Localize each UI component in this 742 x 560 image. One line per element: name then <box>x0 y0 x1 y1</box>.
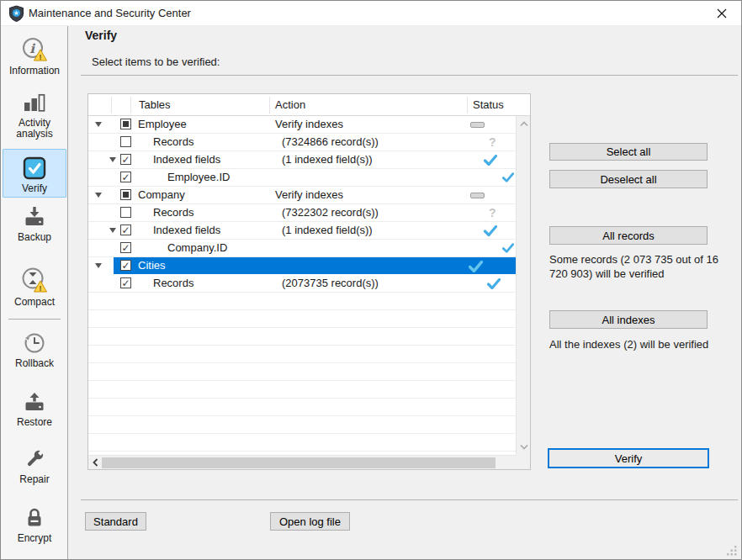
row-checkbox[interactable] <box>120 136 131 147</box>
table-cell-action: Verify indexes <box>275 187 343 203</box>
column-header-tables[interactable]: Tables <box>139 94 171 115</box>
close-button[interactable] <box>709 3 734 24</box>
all-records-button[interactable]: All records <box>549 226 708 245</box>
status-check-icon <box>484 155 497 166</box>
sidebar-item-information[interactable]: i ! Information <box>3 36 66 77</box>
sidebar-item-encrypt[interactable]: Encrypt <box>3 505 66 544</box>
select-all-button[interactable]: Select all <box>549 143 708 161</box>
deselect-all-button[interactable]: Deselect all <box>549 170 708 188</box>
standard-mode-button[interactable]: Standard <box>85 512 146 531</box>
table-cell-action: (2073735 record(s)) <box>282 275 379 292</box>
svg-text:!: ! <box>40 53 42 61</box>
resize-grip-icon[interactable] <box>726 545 737 556</box>
column-header-action[interactable]: Action <box>275 94 305 115</box>
sidebar-item-repair[interactable]: Repair <box>3 446 66 485</box>
table-row[interactable]: Indexed fields (1 indexed field(s)) <box>88 222 516 240</box>
scroll-down-icon[interactable] <box>520 444 528 450</box>
table-row[interactable]: Records (2073735 record(s)) <box>88 275 516 293</box>
compact-icon: ! <box>20 266 49 294</box>
row-checkbox[interactable] <box>120 172 131 182</box>
indexes-info-text: All the indexes (2) will be verified <box>549 338 734 351</box>
scrollbar-thumb[interactable] <box>102 457 496 468</box>
activity-analysis-icon <box>22 92 47 115</box>
scroll-up-icon[interactable] <box>520 121 528 127</box>
sidebar-item-compact[interactable]: ! Compact <box>3 266 66 308</box>
header-separator <box>111 97 112 114</box>
sidebar-divider <box>8 319 61 320</box>
table-row[interactable]: Company.ID <box>88 240 516 257</box>
status-pending-icon <box>470 193 485 198</box>
row-checkbox[interactable] <box>120 207 131 218</box>
status-question-icon: ? <box>489 134 496 151</box>
svg-text:!: ! <box>40 284 42 293</box>
status-question-icon: ? <box>489 204 496 221</box>
row-checkbox[interactable] <box>120 260 131 271</box>
table-body: Employee Verify indexes Records (7324866… <box>88 116 516 455</box>
row-checkbox[interactable] <box>120 277 131 288</box>
table-row[interactable]: Employee.ID <box>88 169 516 187</box>
page-subtitle: Select items to be verified: <box>92 55 220 68</box>
status-pending-icon <box>470 122 485 128</box>
all-indexes-button[interactable]: All indexes <box>549 310 708 329</box>
row-checkbox[interactable] <box>120 225 131 235</box>
sidebar-item-label: Repair <box>3 474 66 485</box>
sidebar: i ! Information Activity analysis Verify <box>1 26 68 560</box>
open-log-file-button[interactable]: Open log file <box>270 512 350 531</box>
table-cell-name: Company <box>138 187 185 203</box>
window-title: Maintenance and Security Center <box>29 7 191 19</box>
table-header: Tables Action Status <box>88 94 530 116</box>
row-checkbox[interactable] <box>120 189 131 200</box>
verify-button[interactable]: Verify <box>548 448 709 468</box>
table-row[interactable]: Company Verify indexes <box>88 187 516 204</box>
scrollbar-corner <box>516 455 530 469</box>
table-cell-action: (1 indexed field(s)) <box>282 222 373 239</box>
verify-icon <box>22 156 47 181</box>
sidebar-item-backup[interactable]: Backup <box>3 204 66 243</box>
status-check-icon <box>487 278 501 289</box>
collapse-triangle-icon[interactable] <box>109 157 116 162</box>
sidebar-item-rollback[interactable]: Rollback <box>3 330 66 369</box>
table-cell-name: Cities <box>138 257 166 274</box>
table-cell-name: Employee.ID <box>167 169 230 186</box>
table-row[interactable]: Records (7324866 record(s)) ? <box>88 134 516 151</box>
collapse-triangle-icon[interactable] <box>109 228 116 233</box>
row-checkbox[interactable] <box>120 242 131 253</box>
row-checkbox[interactable] <box>120 154 131 165</box>
row-checkbox[interactable] <box>120 119 131 129</box>
sidebar-item-activity-analysis[interactable]: Activity analysis <box>3 92 66 140</box>
svg-text:i: i <box>29 41 35 56</box>
status-check-icon <box>484 225 497 236</box>
column-header-status[interactable]: Status <box>473 94 504 115</box>
collapse-triangle-icon[interactable] <box>95 193 102 198</box>
collapse-triangle-icon[interactable] <box>95 122 102 127</box>
sidebar-item-label: Restore <box>3 417 66 428</box>
table-cell-name: Indexed fields <box>153 222 220 239</box>
table-cell-name: Records <box>153 204 193 221</box>
table-cell-name: Employee <box>138 116 187 133</box>
table-cell-name: Indexed fields <box>153 151 220 168</box>
table-cell-action: (7322302 record(s)) <box>282 204 379 221</box>
table-row[interactable]: Records (7322302 record(s)) ? <box>88 204 516 222</box>
table-row-selected[interactable]: Cities <box>88 257 516 275</box>
table-row[interactable]: Employee Verify indexes <box>88 116 516 134</box>
table-row[interactable]: Indexed fields (1 indexed field(s)) <box>88 151 516 169</box>
close-icon <box>717 8 727 18</box>
repair-icon <box>22 446 47 472</box>
selection-highlight <box>114 257 516 274</box>
collapse-triangle-icon[interactable] <box>95 263 102 268</box>
title-bar: Maintenance and Security Center <box>1 1 741 26</box>
sidebar-item-restore[interactable]: Restore <box>3 389 66 428</box>
sidebar-item-verify[interactable]: Verify <box>3 149 66 198</box>
status-check-icon <box>502 243 514 253</box>
encrypt-icon <box>22 505 47 531</box>
sidebar-item-label: Backup <box>3 232 66 243</box>
records-info-text: Some records (2 073 735 out of 16 720 90… <box>549 252 731 281</box>
msc-window: Maintenance and Security Center i ! Info… <box>0 0 742 560</box>
sidebar-item-label: Rollback <box>3 358 66 369</box>
sidebar-item-label: Information <box>3 66 66 77</box>
table-cell-name: Records <box>153 134 193 151</box>
header-separator <box>269 97 270 114</box>
scroll-left-icon[interactable] <box>93 458 98 467</box>
top-divider <box>81 75 738 76</box>
restore-icon <box>22 389 47 415</box>
